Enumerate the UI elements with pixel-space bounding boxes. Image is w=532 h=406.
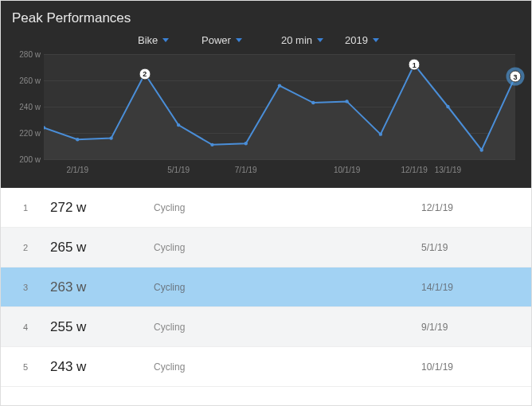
row-date: 10/1/19 <box>421 361 517 373</box>
filter-duration-label: 20 min <box>281 34 312 46</box>
x-tick: 10/1/19 <box>334 166 360 174</box>
svg-point-8 <box>311 101 315 104</box>
y-tick: 220 w <box>19 129 41 138</box>
y-tick: 240 w <box>19 103 41 111</box>
row-rank: 4 <box>23 322 50 332</box>
filter-metric[interactable]: Power <box>201 34 267 46</box>
chevron-down-icon <box>317 38 323 42</box>
chevron-down-icon <box>373 38 379 42</box>
x-tick: 2/1/19 <box>66 166 88 174</box>
filter-metric-label: Power <box>201 34 231 46</box>
row-sport: Cycling <box>154 322 421 333</box>
table-row[interactable]: 1272 wCycling12/1/19 <box>1 188 531 228</box>
x-tick: 5/1/19 <box>167 166 190 174</box>
row-rank: 1 <box>23 203 50 213</box>
y-tick: 260 w <box>19 76 41 85</box>
row-sport: Cycling <box>154 282 421 293</box>
row-date: 9/1/19 <box>421 322 517 333</box>
y-tick: 200 w <box>19 155 41 164</box>
results-table: 1272 wCycling12/1/192265 wCycling5/1/193… <box>1 188 531 387</box>
row-value: 265 w <box>50 240 154 256</box>
panel-title: Peak Performances <box>12 10 520 26</box>
row-value: 263 w <box>50 279 154 295</box>
filter-duration[interactable]: 20 min <box>281 34 331 46</box>
row-date: 12/1/19 <box>421 202 517 213</box>
table-row[interactable]: 3263 wCycling14/1/19 <box>1 267 531 307</box>
row-value: 243 w <box>50 359 154 375</box>
svg-point-12 <box>446 105 449 108</box>
row-sport: Cycling <box>154 202 421 213</box>
svg-point-5 <box>210 143 213 146</box>
table-row[interactable]: 5243 wCycling10/1/19 <box>1 347 531 387</box>
row-rank: 5 <box>23 362 50 372</box>
filter-sport[interactable]: Bike <box>138 34 187 46</box>
x-tick: 12/1/19 <box>401 166 427 174</box>
svg-point-4 <box>177 123 180 127</box>
x-tick: 13/1/19 <box>435 166 461 174</box>
row-sport: Cycling <box>154 361 421 373</box>
svg-point-13 <box>480 148 483 151</box>
row-rank: 2 <box>23 243 50 252</box>
row-rank: 3 <box>23 283 50 292</box>
table-row[interactable]: 4255 wCycling9/1/19 <box>1 307 531 347</box>
chart-marker[interactable]: 2 <box>139 68 151 80</box>
svg-point-10 <box>379 132 382 135</box>
y-tick: 280 w <box>19 50 41 59</box>
x-tick: 7/1/19 <box>235 166 257 174</box>
filter-period[interactable]: 2019 <box>345 34 394 46</box>
svg-point-1 <box>76 138 79 141</box>
chevron-down-icon <box>162 38 169 42</box>
svg-point-2 <box>109 136 112 139</box>
svg-point-9 <box>345 100 348 103</box>
row-sport: Cycling <box>154 242 421 253</box>
row-value: 255 w <box>50 319 154 335</box>
svg-point-7 <box>278 84 281 87</box>
chart-marker[interactable]: 3 <box>510 71 522 83</box>
row-value: 272 w <box>50 200 154 216</box>
chart-marker[interactable]: 1 <box>409 59 421 71</box>
row-date: 14/1/19 <box>421 282 517 293</box>
peak-chart: 200 w220 w240 w260 w280 w2/1/195/1/197/1… <box>44 54 515 182</box>
table-row[interactable]: 2265 wCycling5/1/19 <box>1 228 531 267</box>
svg-point-6 <box>244 142 248 145</box>
filter-period-label: 2019 <box>345 34 368 46</box>
row-date: 5/1/19 <box>421 242 517 253</box>
filter-bar: Bike Power 20 min 2019 <box>12 34 520 46</box>
chevron-down-icon <box>236 38 242 42</box>
filter-sport-label: Bike <box>138 34 158 46</box>
